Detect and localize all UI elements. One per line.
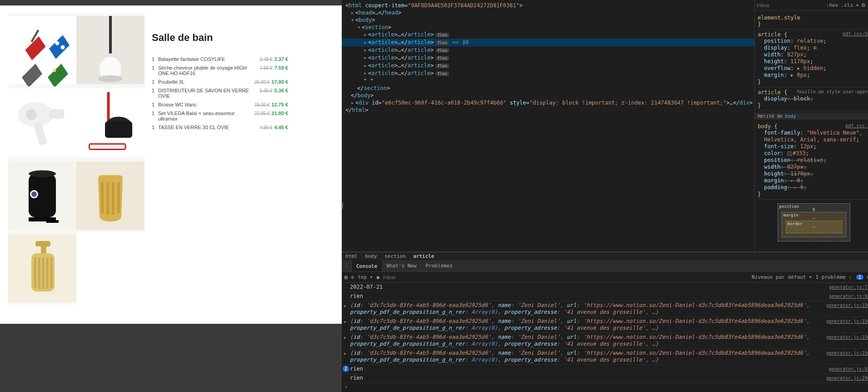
svg-rect-40 (46, 257, 49, 289)
item-row: 1Poubelle 3L20.00 €17.00 € (152, 79, 288, 85)
svg-point-8 (98, 75, 123, 82)
styles-panel: :hov .cls + ⧉ ▣ element.style } article … (754, 0, 868, 251)
crumb[interactable]: section (384, 253, 405, 259)
dom-node[interactable]: </html> (342, 106, 754, 114)
console-row[interactable]: generator.js:150▸{id: 'd3c7c5db-83fe-4ab… (342, 301, 868, 317)
console-toolbar: ▥ ⊘ top ▾ ◉ Niveaux par défaut ▾ 1 probl… (342, 272, 868, 283)
svg-rect-19 (90, 145, 125, 149)
svg-rect-17 (105, 121, 132, 138)
svg-rect-6 (109, 16, 112, 54)
hov-toggle[interactable]: :hov (826, 2, 838, 8)
styles-rules[interactable]: element.style } article {pdf.css:56 posi… (755, 11, 868, 251)
console-filter-input[interactable] (383, 275, 748, 280)
dom-text: " " (342, 77, 754, 85)
drawer-menu-button[interactable]: ⋮ (342, 260, 352, 271)
item-row: 1Sèche-cheveux pliable de voyage HIGH ON… (152, 65, 288, 76)
console-row[interactable]: generator.js:932rien (342, 365, 868, 374)
tab-console[interactable]: Console (352, 260, 382, 271)
crumb[interactable]: article (413, 253, 434, 259)
svg-point-22 (29, 171, 56, 177)
console-row[interactable]: generator.js:150▸{id: 'd3c7c5db-83fe-4ab… (342, 349, 868, 365)
svg-rect-38 (38, 257, 40, 289)
svg-rect-4 (53, 69, 56, 72)
styles-filter-input[interactable] (757, 3, 823, 8)
svg-rect-41 (50, 257, 53, 287)
dom-node[interactable]: <html coupert-item="9AF8D9A4E502F3784AD2… (342, 2, 754, 9)
crumb[interactable]: body (365, 253, 377, 259)
product-image-grid (8, 14, 145, 305)
item-list: 1Balayette fantaisie COSYLIFE2.49 €2.37 … (152, 56, 288, 130)
item-row: 1Set VILEDA Balai + seau-essoreur ultram… (152, 111, 288, 121)
svg-rect-35 (41, 246, 46, 253)
product-image (76, 14, 145, 86)
product-image (76, 86, 145, 159)
dom-node[interactable]: </body> (342, 92, 754, 99)
product-image (76, 159, 145, 232)
page-title: Salle de bain (152, 32, 288, 44)
svg-rect-34 (35, 241, 50, 246)
tab-whatsnew[interactable]: What's New (382, 260, 421, 271)
item-row: 1DISTRIBUTEUR DE SAVON EN VERRE OVIE5.95… (152, 88, 288, 99)
item-row: 1Balayette fantaisie COSYLIFE2.49 €2.37 … (152, 56, 288, 62)
console-output[interactable]: generator.js:712022-07-21 generator.js:9… (342, 283, 868, 392)
dom-node[interactable]: ▸<article>…</article>flex (342, 62, 754, 70)
svg-rect-32 (117, 182, 120, 213)
svg-rect-37 (34, 257, 36, 287)
console-row[interactable]: generator.js:150▸{id: 'd3c7c5db-83fe-4ab… (342, 333, 868, 349)
devtools-pane: <html coupert-item="9AF8D9A4E502F3784AD2… (342, 0, 868, 392)
console-row[interactable]: generator.js:150▸{id: 'd3c7c5db-83fe-4ab… (342, 317, 868, 333)
console-prompt[interactable]: › (342, 383, 868, 391)
drawer-tabs: ⋮ Console What's New Problèmes (342, 260, 868, 272)
console-row[interactable]: generator.js:296rien (342, 374, 868, 383)
dom-node[interactable]: </section> (342, 85, 754, 92)
console-row[interactable]: generator.js:93rien (342, 292, 868, 301)
tab-problems[interactable]: Problèmes (421, 260, 458, 271)
dom-node[interactable]: ▾<body> (342, 16, 754, 24)
item-row: 1Brosse WC blanc15.00 €12.75 € (152, 102, 288, 107)
svg-point-3 (61, 45, 65, 50)
dom-node[interactable]: ▸<article>…</article>flex (342, 70, 754, 77)
item-row: 1TASSE EN VERRE 30 CL OVIE4.95 €4.46 € (152, 125, 288, 130)
page-preview-pane: || (0, 0, 342, 392)
box-model: position0 margin– border– (778, 203, 850, 241)
breadcrumb[interactable]: html body section article (342, 252, 868, 260)
svg-rect-39 (42, 257, 45, 289)
rendered-page: Salle de bain 1Balayette fantaisie COSYL… (0, 5, 342, 324)
clear-console-button[interactable]: ⊘ (351, 274, 354, 280)
svg-point-13 (26, 109, 37, 120)
product-image (8, 159, 76, 232)
dom-node[interactable]: ▸<article>…</article>flex (342, 46, 754, 54)
crumb[interactable]: html (345, 253, 358, 259)
svg-point-25 (33, 193, 35, 196)
pane-resize-handle-right[interactable]: || (340, 196, 344, 214)
dom-node[interactable]: ▾<section> (342, 24, 754, 31)
svg-rect-29 (101, 182, 104, 213)
computed-icon[interactable]: ⧉ (862, 2, 865, 8)
product-image-empty (76, 232, 145, 305)
dom-node-selected[interactable]: ▸<article>…</article>flex== $0 (342, 39, 754, 46)
dom-node[interactable]: ▸<head>…</head> (342, 9, 754, 16)
svg-rect-27 (46, 220, 59, 223)
context-selector[interactable]: top ▾ (358, 274, 373, 280)
svg-rect-30 (106, 182, 109, 215)
product-image (8, 14, 76, 86)
product-image (8, 232, 76, 305)
log-levels-selector[interactable]: Niveaux par défaut ▾ (752, 274, 812, 280)
cls-toggle[interactable]: .cls (841, 2, 853, 8)
dom-node[interactable]: ▸<div id="e6cf50ec-960f-416c-a018-2b49c9… (342, 99, 754, 106)
console-row[interactable]: generator.js:712022-07-21 (342, 283, 868, 292)
svg-point-2 (55, 41, 60, 45)
product-image (8, 86, 76, 159)
dom-node[interactable]: ▸<article>…</article>flex (342, 31, 754, 39)
eye-icon[interactable]: ◉ (376, 274, 379, 280)
svg-rect-31 (112, 182, 115, 215)
dom-node[interactable]: ▸<article>…</article>flex (342, 54, 754, 62)
elements-tree[interactable]: <html coupert-item="9AF8D9A4E502F3784AD2… (342, 0, 754, 251)
add-rule-button[interactable]: + (856, 2, 859, 8)
console-sidebar-toggle[interactable]: ▥ (344, 274, 348, 280)
problems-indicator[interactable]: 1 problème : 1 (816, 274, 863, 280)
svg-rect-11 (49, 109, 64, 119)
